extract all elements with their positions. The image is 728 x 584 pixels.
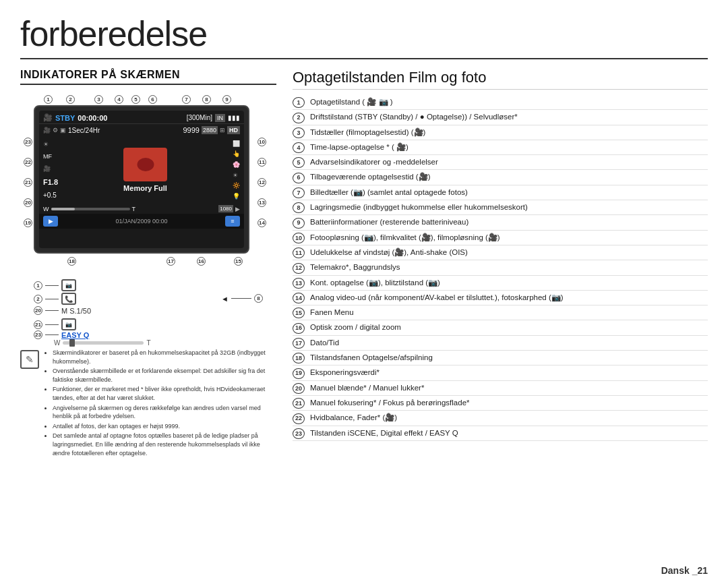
cam-w-label: W <box>43 206 49 212</box>
list-item: 18Tilstandsfanen Optagelse/afspilning <box>293 351 708 366</box>
list-item: 1Optagetilstand ( 🎥 📷 ) <box>293 95 708 110</box>
section-title-right: Optagetilstanden Film og foto <box>293 69 708 90</box>
cam-memory-full: Memory Full <box>123 184 167 192</box>
zoom-w-label: W <box>54 339 60 347</box>
list-item: 19Eksponeringsværdi* <box>293 366 708 380</box>
note-2: Ovenstående skærmbillede er et forklaren… <box>53 367 276 384</box>
list-item: 16Optisk zoom / digital zoom <box>293 320 708 335</box>
items-list: 1Optagetilstand ( 🎥 📷 ) 2Driftstilstand … <box>293 95 708 441</box>
list-item: 14Analog video-ud (når komponent/AV-kabe… <box>293 291 708 305</box>
list-item: 6Tilbageværende optagelsestid (🎥) <box>293 170 708 185</box>
cam-time: 00:00:00 <box>78 114 107 122</box>
cam-memory-bracket: [300Min] <box>187 114 212 121</box>
list-item: 23Tilstanden iSCENE, Digital effekt / EA… <box>293 426 708 441</box>
list-item: 11Udelukkelse af vindstøj (🎥), Anti-shak… <box>293 245 708 260</box>
page-footer: Dansk _21 <box>661 565 708 576</box>
list-item: 13Kont. optagelse (📷), blitztilstand (📷) <box>293 276 708 291</box>
easy-q-label: EASY Q <box>61 331 89 339</box>
list-item: 20Manuel blænde* / Manuel lukker* <box>293 381 708 396</box>
bc-item-20: M S.1/50 <box>61 307 91 315</box>
list-item: 12Telemakro*, Baggrundslys <box>293 260 708 275</box>
note-5: Antallet af fotos, der kan optages er hø… <box>53 422 276 431</box>
notes-list: Skærmindikatorer er baseret på en hukomm… <box>44 349 276 459</box>
cam-aperture: F1.8 <box>43 178 58 186</box>
list-item: 4Time-lapse-optagelse * ( 🎥) <box>293 140 708 155</box>
cam-shutter: 1Sec/24Hr <box>68 127 100 134</box>
list-item: 8Lagringsmedie (indbygget hukommelse ell… <box>293 200 708 215</box>
list-item: 9Batteriinformationer (resterende batter… <box>293 215 708 230</box>
cam-ev: +0.5 <box>43 192 58 199</box>
note-1: Skærmindikatorer er baseret på en hukomm… <box>53 349 276 366</box>
cam-1080: 1080 <box>218 205 233 212</box>
list-item: 10Fotoopløsning (📷), filmkvalitet (🎥), f… <box>293 231 708 245</box>
cam-date: 01/JAN/2009 00:00 <box>115 218 167 225</box>
page-title: forberedelse <box>20 13 708 54</box>
notes-icon: ✎ <box>20 350 39 369</box>
section-title-left: INDIKATORER PÅ SKÆRMEN <box>20 69 276 85</box>
cam-res: 2880 <box>202 126 218 134</box>
note-3: Funktioner, der er markeret med * bliver… <box>53 385 276 402</box>
note-4: Angivelserne på skærmen og deres rækkefø… <box>53 404 276 421</box>
list-item: 21Manuel fokusering* / Fokus på berøring… <box>293 396 708 411</box>
list-item: 3Tidstæller (filmoptagelsestid) (🎥) <box>293 125 708 140</box>
cam-t-label: T <box>132 206 136 212</box>
cam-in: IN <box>215 114 225 122</box>
list-item: 22Hvidbalance, Fader* (🎥) <box>293 411 708 426</box>
note-6: Det samlede antal af optagne fotos optæl… <box>53 432 276 457</box>
below-camera-area: 1 📷 2 📞 ◄ 8 20 <box>20 279 276 343</box>
notes-section: ✎ Skærmindikatorer er baseret på en huko… <box>20 349 276 459</box>
list-item: 17Dato/Tid <box>293 336 708 351</box>
list-item: 7Billedtæller (📷) (samlet antal optagede… <box>293 185 708 200</box>
zoom-t-label: T <box>146 339 150 347</box>
camera-diagram: 1 2 3 4 5 6 7 8 9 10 11 12 13 14 15 16 1… <box>20 92 270 274</box>
cam-mf: MF <box>43 153 58 160</box>
list-item: 5Advarselsindikatorer og -meddelelser <box>293 155 708 170</box>
cam-hd: HD <box>227 126 240 134</box>
list-item: 15Fanen Menu <box>293 305 708 320</box>
cam-stby: STBY <box>55 114 75 122</box>
cam-count: 9999 <box>183 126 199 134</box>
list-item: 2Driftstilstand (STBY (Standby) / ● Opta… <box>293 110 708 125</box>
